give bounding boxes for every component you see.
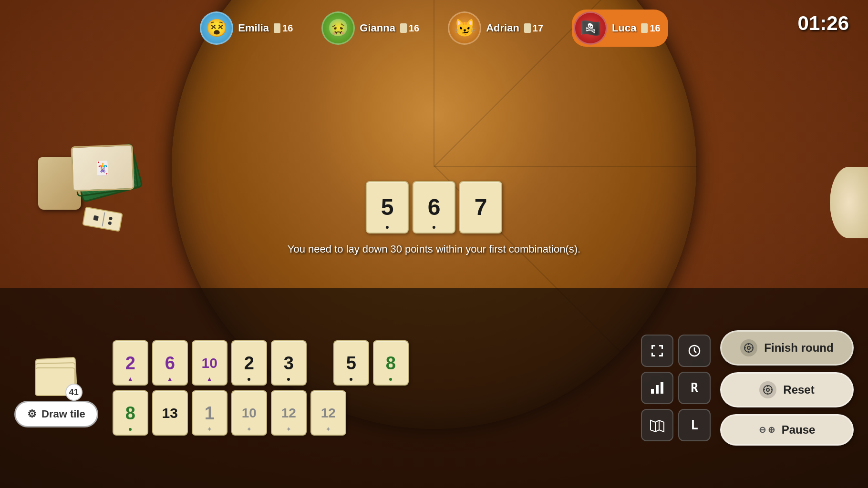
avatar-adrian: 😼 xyxy=(448,11,481,45)
pause-button[interactable]: ⊖ ⊕ Pause xyxy=(720,414,854,446)
tile-dot-2b xyxy=(248,378,250,381)
action-buttons: Finish round Reset ⊖ ⊕ Pause xyxy=(720,330,854,446)
hand-tile-12g1[interactable]: 12 ✦ xyxy=(271,390,307,436)
hand-tile-5b[interactable]: 5 xyxy=(333,340,369,386)
player-tiles-emilia: 16 xyxy=(274,23,293,34)
control-icons: R L xyxy=(641,335,711,441)
finish-round-label: Finish round xyxy=(764,341,833,355)
player-bar: 😵 Emilia 16 🤢 Gianna 16 😼 Adrian 17 🏴‍☠️… xyxy=(0,10,868,47)
avatar-luca: 🏴‍☠️ xyxy=(574,11,607,45)
reset-label: Reset xyxy=(783,383,814,396)
tile-dot-8g xyxy=(389,378,392,381)
tile-icon-luca xyxy=(641,23,648,33)
tile-icon-adrian xyxy=(524,23,531,33)
table-line-3 xyxy=(434,166,697,167)
center-tile-6[interactable]: 6 xyxy=(413,181,455,234)
finish-round-button[interactable]: Finish round xyxy=(720,330,854,366)
reset-button[interactable]: Reset xyxy=(720,372,854,407)
player-tiles-gianna: 16 xyxy=(400,23,419,34)
svg-rect-3 xyxy=(661,382,663,394)
center-tile-7[interactable]: 7 xyxy=(459,181,502,234)
pause-icons: ⊖ ⊕ xyxy=(759,425,775,435)
tile-dot-8g2 xyxy=(129,428,132,431)
right-controls: R L xyxy=(641,335,711,441)
hand-tile-10p[interactable]: 10 ▲ xyxy=(192,340,227,386)
player-name-luca: Luca xyxy=(612,22,636,34)
tile-dot-6 xyxy=(433,226,435,229)
hand-tile-2b[interactable]: 2 xyxy=(231,340,267,386)
hand-tiles: 2 ▲ 6 ▲ 10 ▲ 2 3 xyxy=(113,340,631,436)
draw-tile-button[interactable]: ⚙ Draw tile xyxy=(14,401,98,427)
map-button[interactable] xyxy=(641,409,673,441)
layout-icon-button[interactable]: L xyxy=(678,409,711,441)
hand-tile-1g[interactable]: 1 ✦ xyxy=(192,390,227,436)
svg-rect-1 xyxy=(651,389,654,394)
hand-row-2: 8 13 1 ✦ 10 ✦ 12 ✦ 12 xyxy=(113,390,631,436)
player-adrian: 😼 Adrian 17 xyxy=(448,11,543,45)
fullscreen-button[interactable] xyxy=(641,335,673,367)
hand-tile-6p[interactable]: 6 ▲ xyxy=(152,340,188,386)
hand-tile-13b[interactable]: 13 xyxy=(152,390,188,436)
hand-tile-3b[interactable]: 3 xyxy=(271,340,307,386)
player-name-emilia: Emilia xyxy=(238,22,269,34)
player-emilia: 😵 Emilia 16 xyxy=(200,11,293,45)
center-tiles: 5 6 7 xyxy=(366,181,502,234)
svg-point-7 xyxy=(747,346,750,349)
decorative-right xyxy=(830,167,868,238)
pause-label: Pause xyxy=(782,423,816,437)
player-name-gianna: Gianna xyxy=(360,22,395,34)
decorative-cards: 🃏 xyxy=(72,141,148,203)
hand-area: 41 ⚙ Draw tile 2 ▲ 6 ▲ 10 ▲ xyxy=(0,288,868,488)
tile-icon-emilia xyxy=(274,23,280,33)
finish-round-icon xyxy=(740,339,757,356)
player-gianna: 🤢 Gianna 16 xyxy=(321,11,419,45)
tile-dot-3b xyxy=(287,378,290,381)
hand-tile-2p[interactable]: 2 ▲ xyxy=(113,340,148,386)
svg-rect-2 xyxy=(656,385,659,394)
player-luca: 🏴‍☠️ Luca 16 xyxy=(572,10,668,47)
decorative-domino xyxy=(83,210,122,229)
center-message: You need to lay down 30 points within yo… xyxy=(288,243,580,255)
reset-button-icon xyxy=(759,381,776,398)
tile-dot-5 xyxy=(386,226,389,229)
pile-count: 41 xyxy=(65,384,83,401)
reset-icon-button[interactable]: R xyxy=(678,372,711,404)
center-tile-5[interactable]: 5 xyxy=(366,181,409,234)
player-name-adrian: Adrian xyxy=(486,22,519,34)
pile-stack: 41 xyxy=(35,348,78,396)
hand-tile-12g2[interactable]: 12 ✦ xyxy=(310,390,346,436)
tile-icon-gianna xyxy=(400,23,407,33)
game-timer: 01:26 xyxy=(798,12,849,35)
stats-button[interactable] xyxy=(641,372,673,404)
hand-tile-8g2[interactable]: 8 xyxy=(113,390,148,436)
hand-tile-10g[interactable]: 10 ✦ xyxy=(231,390,267,436)
tile-dot-5b xyxy=(350,378,352,381)
avatar-emilia: 😵 xyxy=(200,11,233,45)
draw-pile: 41 ⚙ Draw tile xyxy=(14,348,98,427)
hand-row-1: 2 ▲ 6 ▲ 10 ▲ 2 3 xyxy=(113,340,631,386)
avatar-gianna: 🤢 xyxy=(321,11,355,45)
hand-tile-8g-top[interactable]: 8 xyxy=(373,340,409,386)
center-display: 5 6 7 You need to lay down 30 points wit… xyxy=(288,181,580,255)
svg-point-13 xyxy=(766,388,769,391)
player-tiles-adrian: 17 xyxy=(524,23,543,34)
player-tiles-luca: 16 xyxy=(641,23,660,34)
history-button[interactable] xyxy=(678,335,711,367)
